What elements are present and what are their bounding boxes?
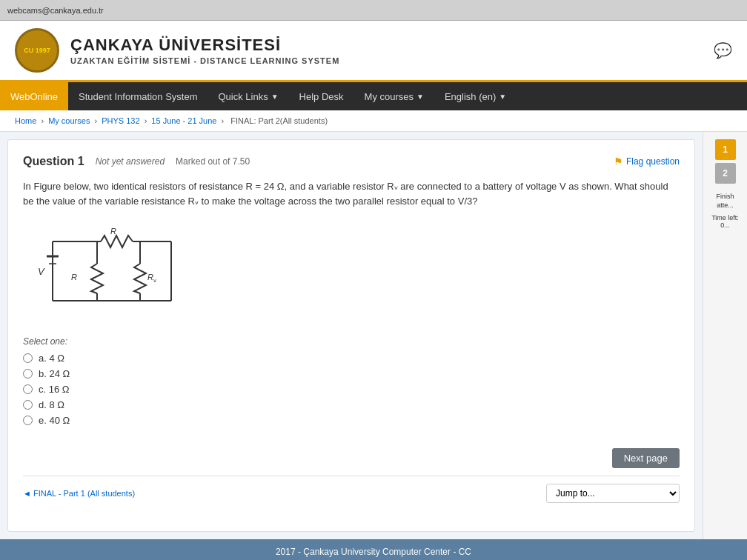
option-c-radio[interactable] bbox=[23, 384, 33, 394]
university-logo: CU 1997 bbox=[15, 28, 59, 73]
nav-label-student-info: Student Information System bbox=[79, 91, 197, 102]
circuit-diagram: V R R bbox=[23, 219, 680, 325]
option-c-label: c. 16 Ω bbox=[39, 384, 70, 395]
next-page-button[interactable]: Next page bbox=[612, 448, 680, 468]
svg-text:V: V bbox=[38, 266, 45, 277]
question-text: In Figure below, two identical resistors… bbox=[23, 179, 680, 208]
option-e-label: e. 40 Ω bbox=[39, 415, 70, 426]
right-sidebar: 1 2 Finish atte... Time left: 0... bbox=[703, 132, 747, 539]
nav-label-webonline: WebOnline bbox=[10, 91, 58, 102]
finish-attempt-label: Finish atte... bbox=[707, 193, 743, 210]
back-link[interactable]: ◄ FINAL - Part 1 (All students) bbox=[23, 489, 135, 498]
nav-label-my-courses: My courses bbox=[365, 91, 414, 102]
question-number: Question 1 bbox=[23, 155, 84, 168]
jump-to-container: Jump to... bbox=[546, 484, 680, 503]
option-d[interactable]: d. 8 Ω bbox=[23, 399, 680, 410]
option-b[interactable]: b. 24 Ω bbox=[23, 368, 680, 379]
footer-text: 2017 - Çankaya University Computer Cente… bbox=[276, 547, 471, 557]
nav-label-help-desk: Help Desk bbox=[299, 91, 344, 102]
jump-select[interactable]: Jump to... bbox=[546, 484, 680, 503]
breadcrumb-phys[interactable]: PHYS 132 bbox=[102, 116, 139, 125]
options-list: a. 4 Ω b. 24 Ω c. 16 Ω d. 8 Ω e. 40 Ω bbox=[23, 353, 680, 426]
breadcrumb-sep-3: › bbox=[145, 116, 150, 125]
svg-text:R: R bbox=[110, 227, 116, 236]
nav-item-help-desk[interactable]: Help Desk bbox=[289, 82, 354, 110]
breadcrumb-sep-2: › bbox=[94, 116, 99, 125]
nav-item-quick-links[interactable]: Quick Links ▼ bbox=[208, 82, 289, 110]
university-header: CU 1997 ÇANKAYA ÜNİVERSİTESİ UZAKTAN EĞİ… bbox=[0, 21, 747, 82]
option-c[interactable]: c. 16 Ω bbox=[23, 384, 680, 395]
main-content: Question 1 Not yet answered Marked out o… bbox=[0, 132, 747, 539]
sidebar-q2-number: 2 bbox=[723, 168, 728, 179]
breadcrumb-home[interactable]: Home bbox=[15, 116, 36, 125]
option-a-radio[interactable] bbox=[23, 353, 33, 363]
breadcrumb-sep-1: › bbox=[41, 116, 46, 125]
circuit-svg: V R R bbox=[30, 227, 193, 316]
flag-label: Flag question bbox=[626, 156, 680, 167]
sidebar-q2-box[interactable]: 2 bbox=[715, 163, 736, 184]
english-arrow: ▼ bbox=[499, 93, 506, 101]
university-name: ÇANKAYA ÜNİVERSİTESİ bbox=[70, 36, 714, 55]
breadcrumb-sep-4: › bbox=[222, 116, 227, 125]
question-marks: Marked out of 7.50 bbox=[176, 156, 250, 167]
university-title-block: ÇANKAYA ÜNİVERSİTESİ UZAKTAN EĞİTİM SİST… bbox=[70, 36, 714, 65]
time-left-label: Time left: 0... bbox=[707, 214, 743, 229]
browser-url: webcams@cankaya.edu.tr bbox=[7, 6, 104, 15]
nav-label-english: English (en) bbox=[445, 91, 496, 102]
sidebar-q1-box[interactable]: 1 bbox=[715, 139, 736, 160]
sidebar-q1-number: 1 bbox=[723, 144, 728, 155]
option-a-label: a. 4 Ω bbox=[39, 353, 64, 364]
breadcrumb-my-courses[interactable]: My courses bbox=[48, 116, 90, 125]
header-chat-icon[interactable]: 💬 bbox=[714, 41, 732, 59]
nav-label-quick-links: Quick Links bbox=[219, 91, 268, 102]
nav-item-english[interactable]: English (en) ▼ bbox=[434, 82, 517, 110]
flag-icon: ⚑ bbox=[614, 156, 623, 167]
option-b-radio[interactable] bbox=[23, 369, 33, 379]
svg-text:R: R bbox=[147, 273, 153, 281]
option-e-radio[interactable] bbox=[23, 416, 33, 425]
option-e[interactable]: e. 40 Ω bbox=[23, 415, 680, 426]
option-d-label: d. 8 Ω bbox=[39, 399, 64, 410]
flag-question-button[interactable]: ⚑ Flag question bbox=[614, 156, 680, 167]
quick-links-arrow: ▼ bbox=[271, 93, 279, 101]
question-area: Question 1 Not yet answered Marked out o… bbox=[7, 139, 695, 532]
breadcrumb-current: FINAL: Part 2(All students) bbox=[230, 116, 328, 125]
logo-text: CU 1997 bbox=[24, 47, 50, 54]
option-b-label: b. 24 Ω bbox=[39, 368, 70, 379]
option-d-radio[interactable] bbox=[23, 400, 33, 410]
question-header: Question 1 Not yet answered Marked out o… bbox=[23, 155, 680, 168]
nav-bar: WebOnline Student Information System Qui… bbox=[0, 82, 747, 110]
option-a[interactable]: a. 4 Ω bbox=[23, 353, 680, 364]
breadcrumb-date[interactable]: 15 June - 21 June bbox=[151, 116, 216, 125]
my-courses-arrow: ▼ bbox=[416, 93, 424, 101]
nav-item-student-info[interactable]: Student Information System bbox=[68, 82, 208, 110]
select-one-label: Select one: bbox=[23, 336, 680, 347]
nav-item-webonline[interactable]: WebOnline bbox=[0, 82, 68, 110]
svg-text:v: v bbox=[153, 277, 156, 284]
svg-text:R: R bbox=[71, 273, 77, 281]
footer: 2017 - Çankaya University Computer Cente… bbox=[0, 539, 747, 560]
nav-item-my-courses[interactable]: My courses ▼ bbox=[354, 82, 434, 110]
university-subtitle: UZAKTAN EĞİTİM SİSTEMİ - DISTANCE LEARNI… bbox=[70, 56, 714, 65]
question-status: Not yet answered bbox=[96, 156, 165, 167]
bottom-nav: ◄ FINAL - Part 1 (All students) Jump to.… bbox=[23, 476, 680, 510]
browser-bar: webcams@cankaya.edu.tr bbox=[0, 0, 747, 21]
breadcrumb: Home › My courses › PHYS 132 › 15 June -… bbox=[0, 110, 747, 132]
